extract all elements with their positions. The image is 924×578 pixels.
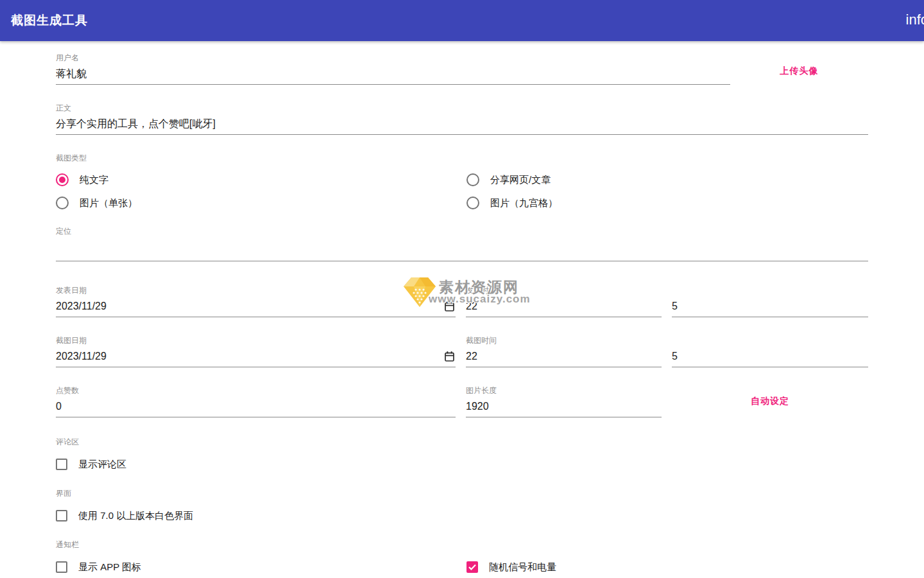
random-signal-checkbox[interactable] xyxy=(466,561,478,573)
capture-time-label: 截图时间 xyxy=(466,335,662,346)
image-length-group: 图片长度 xyxy=(466,385,662,417)
checkbox-label: 使用 7.0 以上版本白色界面 xyxy=(78,510,193,522)
location-label: 定位 xyxy=(56,226,868,236)
capture-row: 截图日期 2023/11/29 截图时间 xyxy=(56,335,868,367)
publish-time-label: 发表时间 xyxy=(466,285,662,295)
capture-date-label: 截图日期 xyxy=(56,335,456,346)
page-title: 截图生成工具 xyxy=(11,12,88,29)
location-group: 定位 xyxy=(56,226,868,261)
radio-row-text[interactable]: 纯文字 xyxy=(56,173,466,186)
check-icon xyxy=(468,564,476,570)
app-header: 截图生成工具 info xyxy=(0,0,924,41)
type-options: 纯文字 分享网页/文章 图片（单张） 图片（九宫格） xyxy=(56,173,868,209)
date-value: 2023/11/29 xyxy=(56,350,107,363)
radio-label: 分享网页/文章 xyxy=(490,174,551,186)
radio-button[interactable] xyxy=(56,173,69,186)
checkbox-label: 显示评论区 xyxy=(78,459,126,471)
upload-avatar-zone: 上传头像 xyxy=(730,66,868,85)
notification-label: 通知栏 xyxy=(56,539,868,550)
likes-input[interactable] xyxy=(56,396,456,417)
checkbox-label: 显示 APP 图标 xyxy=(78,561,141,574)
radio-button[interactable] xyxy=(466,197,479,209)
location-input[interactable] xyxy=(56,236,868,261)
radio-label: 图片（九宫格） xyxy=(490,197,558,209)
body-label: 正文 xyxy=(56,103,868,113)
publish-row: 发表日期 2023/11/29 发表时间 xyxy=(56,285,868,317)
publish-minute-group xyxy=(672,285,868,317)
show-comments-checkbox[interactable] xyxy=(56,459,67,470)
notification-options: 显示 APP 图标 随机信号和电量 xyxy=(56,561,868,574)
capture-hour-input[interactable] xyxy=(466,346,662,367)
calendar-icon[interactable] xyxy=(445,351,454,362)
type-group: 截图类型 纯文字 分享网页/文章 图片（单张） 图片（九宫格） xyxy=(56,153,868,209)
white-ui-checkbox[interactable] xyxy=(56,510,67,521)
radio-row-webpage[interactable]: 分享网页/文章 xyxy=(466,173,868,186)
upload-avatar-button[interactable]: 上传头像 xyxy=(780,66,819,77)
checkbox-label: 随机信号和电量 xyxy=(489,561,556,574)
radio-row-grid-image[interactable]: 图片（九宫格） xyxy=(466,197,868,209)
comments-group: 评论区 显示评论区 xyxy=(56,437,868,471)
publish-date-label: 发表日期 xyxy=(56,285,456,295)
auto-set-button[interactable]: 自动设定 xyxy=(751,396,789,407)
white-ui-row[interactable]: 使用 7.0 以上版本白色界面 xyxy=(56,509,868,522)
publish-hour-input[interactable] xyxy=(466,295,662,317)
likes-group: 点赞数 xyxy=(56,385,456,417)
likes-row: 点赞数 图片长度 自动设定 xyxy=(56,385,868,417)
username-row: 用户名 上传头像 xyxy=(56,53,868,85)
auto-set-zone: 自动设定 xyxy=(672,385,868,417)
calendar-icon[interactable] xyxy=(445,301,454,311)
capture-hour-group: 截图时间 xyxy=(466,335,662,367)
show-comments-row[interactable]: 显示评论区 xyxy=(56,458,868,471)
type-label: 截图类型 xyxy=(56,153,868,163)
radio-label: 图片（单张） xyxy=(80,197,137,209)
body-group: 正文 xyxy=(56,103,868,135)
body-input[interactable] xyxy=(56,113,868,135)
capture-date-group: 截图日期 2023/11/29 xyxy=(56,335,456,367)
capture-minute-input[interactable] xyxy=(672,346,868,367)
show-app-icon-checkbox[interactable] xyxy=(56,561,67,573)
likes-label: 点赞数 xyxy=(56,385,456,396)
capture-minute-group xyxy=(672,335,868,367)
image-length-input[interactable] xyxy=(466,396,662,417)
radio-button[interactable] xyxy=(56,197,69,209)
image-length-label: 图片长度 xyxy=(466,385,662,396)
form-content: 用户名 上传头像 正文 截图类型 纯文字 分享网页/文章 图片（单张） xyxy=(0,41,924,574)
show-app-icon-row[interactable]: 显示 APP 图标 xyxy=(56,561,466,574)
publish-minute-input[interactable] xyxy=(672,295,868,317)
radio-row-single-image[interactable]: 图片（单张） xyxy=(56,197,466,209)
info-icon[interactable]: info xyxy=(906,12,924,28)
comments-label: 评论区 xyxy=(56,437,868,447)
publish-hour-group: 发表时间 xyxy=(466,285,662,317)
username-label: 用户名 xyxy=(56,53,730,63)
capture-date-input[interactable]: 2023/11/29 xyxy=(56,346,456,367)
random-signal-row[interactable]: 随机信号和电量 xyxy=(466,561,868,574)
publish-date-group: 发表日期 2023/11/29 xyxy=(56,285,456,317)
username-group: 用户名 xyxy=(56,53,730,85)
date-value: 2023/11/29 xyxy=(56,300,107,313)
notification-group: 通知栏 显示 APP 图标 随机信号和电量 xyxy=(56,539,868,574)
username-input[interactable] xyxy=(56,63,730,85)
radio-button[interactable] xyxy=(466,173,479,186)
publish-date-input[interactable]: 2023/11/29 xyxy=(56,295,456,317)
interface-label: 界面 xyxy=(56,488,868,498)
interface-group: 界面 使用 7.0 以上版本白色界面 xyxy=(56,488,868,522)
radio-label: 纯文字 xyxy=(80,174,108,186)
